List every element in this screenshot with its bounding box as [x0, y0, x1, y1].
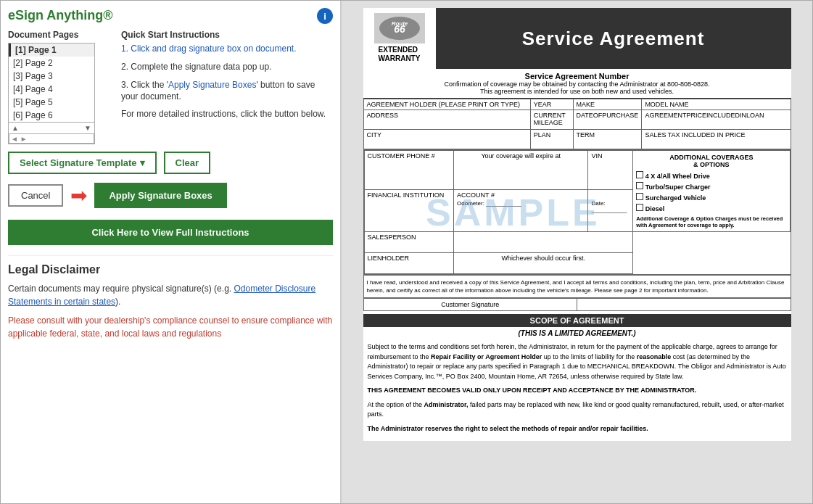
agreement-holder-cell: AGREEMENT HOLDER (PLEASE PRINT OR TYPE) [363, 99, 530, 110]
whichever-text: Whichever should occur first. [501, 255, 585, 262]
term-cell: TERM [573, 130, 642, 149]
legal-section: Legal Disclaimer Certain documents may r… [8, 255, 333, 340]
empty-cell [454, 232, 633, 253]
customer-sig-label: Customer Signature [441, 301, 499, 308]
apply-with-arrow: ➡ Apply Signature Boxes [70, 183, 226, 208]
account-cell: ACCOUNT # Odometer: ___________ [454, 190, 588, 232]
full-instructions-button[interactable]: Click Here to View Full Instructions [8, 220, 333, 245]
sa-title-block: Service Agreement [436, 8, 791, 69]
cancel-button[interactable]: Cancel [8, 184, 63, 207]
apply-button[interactable]: Apply Signature Boxes [94, 183, 226, 208]
date-line: Date: ___________ [591, 200, 630, 213]
pages-scroll-bar: ▲ ▼ [9, 122, 94, 133]
legal-text-2: Please consult with your dealership's co… [8, 314, 333, 340]
legal-link[interactable]: Odometer Disclosure Statements in certai… [8, 284, 315, 307]
year-cell: YEAR [530, 99, 573, 110]
sa-header: Route 66 EXTENDED WARRANTY Service Agree… [363, 8, 791, 69]
page-item-1[interactable]: [1] Page 1 [9, 44, 94, 57]
scope-p3: At the option of the Administrator, fail… [368, 400, 787, 420]
plan-label: PLAN [534, 131, 570, 139]
select-template-label: Select Signature Template [20, 157, 137, 168]
select-template-button[interactable]: Select Signature Template ▾ [8, 152, 157, 174]
app-title: eSign Anything® [8, 8, 113, 23]
form-table-top: AGREEMENT HOLDER (PLEASE PRINT OR TYPE) … [363, 99, 791, 149]
account-label: ACCOUNT # [457, 191, 585, 199]
term-label: TERM [577, 131, 639, 139]
expiry-cell: Your coverage will expire at [454, 151, 588, 190]
sa-info-row: Service Agreement Number Confirmation of… [363, 69, 791, 99]
plan-cell: PLAN [530, 130, 573, 149]
sa-logo-block: Route 66 EXTENDED WARRANTY [363, 8, 436, 69]
scope-p1: Subject to the terms and conditions set … [368, 342, 787, 381]
more-instructions: For more detailed instructions, click th… [121, 109, 333, 119]
page-item-4[interactable]: [4] Page 4 [9, 83, 94, 96]
legal-title: Legal Disclaimer [8, 263, 333, 276]
option-turbo: Turbo/Super Charger [636, 182, 786, 191]
scope-bold4: Administrator, [424, 401, 469, 408]
scroll-up[interactable]: ▲ [12, 124, 19, 132]
agreement-note: This agreement is intended for use on bo… [368, 88, 787, 95]
year-label: YEAR [534, 101, 570, 108]
scope-body: Subject to the terms and conditions set … [363, 339, 791, 441]
two-col-section: Document Pages [1] Page 1 [2] Page 2 [3]… [8, 30, 333, 144]
date-of-purchase-cell: DATEOFPURCHASE [573, 110, 642, 130]
date-label-cell: Date: ___________ [588, 190, 633, 232]
city-label: CITY [367, 131, 527, 139]
lienholder-label: LIENHOLDER [368, 255, 451, 262]
page-item-6[interactable]: [6] Page 6 [9, 109, 94, 122]
legal-text-1: Certain documents may require physical s… [8, 282, 333, 308]
horizontal-scroll[interactable]: ◄ ► [9, 133, 94, 144]
agreement-price-cell: AGREEMENTPRICEINCLUDEDINLOAN [642, 110, 791, 130]
sales-tax-cell: SALES TAX INCLUDED IN PRICE [642, 130, 791, 149]
contact-info: Confirmation of coverage may be obtained… [368, 80, 787, 88]
option-diesel: Diesel [636, 204, 786, 212]
customer-sig-cell: Customer Signature [363, 299, 577, 311]
pages-list: [1] Page 1 [2] Page 2 [3] Page 3 [4] Pag… [9, 44, 94, 122]
customer-phone-cell: CUSTOMER PHONE # [364, 151, 454, 190]
scope-bold5: The Administrator reserves the right to … [368, 425, 648, 432]
page-item-5[interactable]: [5] Page 5 [9, 96, 94, 109]
whichever-cell: Whichever should occur first. [454, 253, 633, 274]
fi-label: FINANCIAL INSTITUTION [368, 191, 451, 199]
sa-logo-img: Route 66 [374, 14, 425, 43]
scope-p4: The Administrator reserves the right to … [368, 424, 787, 434]
quickstart-section: Quick Start Instructions 1. Click and dr… [121, 30, 333, 144]
doc-pages-label: Document Pages [8, 30, 114, 40]
doc-pages-section: Document Pages [1] Page 1 [2] Page 2 [3]… [8, 30, 114, 144]
dropdown-icon: ▾ [140, 157, 145, 168]
sample-inner-table: CUSTOMER PHONE # Your coverage will expi… [364, 150, 791, 274]
service-agreement-number-label: Service Agreement Number [368, 72, 787, 80]
right-panel[interactable]: Route 66 EXTENDED WARRANTY Service Agree… [342, 1, 812, 503]
scroll-down[interactable]: ▼ [84, 124, 91, 132]
agreement-holder-label: AGREEMENT HOLDER (PLEASE PRINT OR TYPE) [367, 101, 527, 108]
svg-text:66: 66 [394, 23, 405, 35]
expiry-text: Your coverage will expire at [457, 152, 585, 160]
info-icon[interactable]: i [317, 8, 333, 24]
customer-phone-label: CUSTOMER PHONE # [368, 152, 451, 160]
scope-bold2: reasonable [637, 353, 672, 360]
lienholder-cell: LIENHOLDER [364, 253, 454, 274]
financial-institution-cell: FINANCIAL INSTITUTION [364, 190, 454, 232]
pages-list-wrapper: [1] Page 1 [2] Page 2 [3] Page 3 [4] Pag… [8, 43, 95, 144]
clear-button[interactable]: Clear [164, 152, 211, 174]
agreement-text: I have read, understood and received a c… [363, 275, 791, 298]
page-item-2[interactable]: [2] Page 2 [9, 57, 94, 70]
model-name-label: MODEL NAME [645, 101, 787, 108]
date-label: Date: [591, 200, 605, 207]
scope-p2: THIS AGREEMENT BECOMES VALID ONLY UPON R… [368, 386, 787, 396]
salesperson-label: SALESPERSON [368, 234, 451, 241]
model-name-cell: MODEL NAME [642, 99, 791, 110]
vin-label: VIN [591, 152, 630, 160]
page-item-3[interactable]: [3] Page 3 [9, 70, 94, 83]
scope-bold1: Repair Facility or Agreement Holder [431, 353, 542, 360]
option-4x4: 4 X 4/All Wheel Drive [636, 171, 786, 180]
scope-subtitle: (THIS IS A LIMITED AGREEMENT.) [363, 327, 791, 339]
customer-sig-table: Customer Signature [363, 298, 791, 311]
sa-main-title: Service Agreement [522, 28, 705, 50]
document-area: Route 66 EXTENDED WARRANTY Service Agree… [363, 8, 791, 441]
additional-coverages-cell: ADDITIONAL COVERAGES& OPTIONS 4 X 4/All … [633, 151, 790, 232]
odometer-label: Odometer: [457, 200, 484, 207]
odometer-line: Odometer: ___________ [457, 200, 585, 207]
app-container: eSign Anything® i Document Pages [1] Pag… [0, 0, 813, 504]
salesperson-cell: SALESPERSON [364, 232, 454, 253]
